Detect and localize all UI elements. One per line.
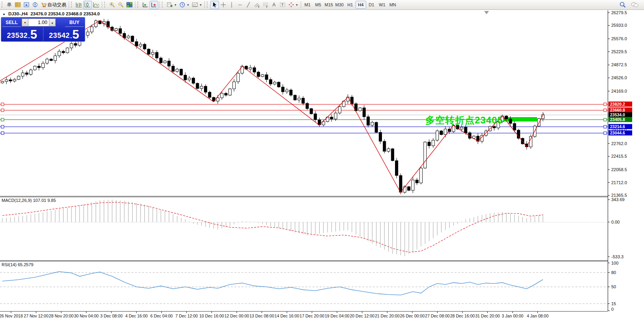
time-tick-label: 20 Dec 12:00 <box>350 314 374 318</box>
trendline-tool-button[interactable]: ╱ <box>244 1 253 9</box>
zoom-in-button[interactable] <box>108 1 116 9</box>
hline-handle[interactable] <box>604 132 607 134</box>
svg-text:T: T <box>281 3 283 7</box>
hline-handle[interactable] <box>1 103 4 106</box>
timeframe-d1-button[interactable]: D1 <box>366 1 377 9</box>
macd-signal-line <box>2 202 543 252</box>
sell-price-dot: . <box>28 33 30 40</box>
timeframe-h1-button[interactable]: H1 <box>345 1 356 9</box>
svg-text:23534.0: 23534.0 <box>610 112 625 117</box>
sell-button[interactable]: SELL <box>2 18 21 27</box>
periodicity-button[interactable]: ▼ <box>178 1 191 9</box>
toolbar-grip <box>137 2 140 8</box>
new-chart-button[interactable]: ▼ <box>165 1 178 9</box>
buy-price[interactable]: 23542 . 5 <box>43 27 85 41</box>
zoom-out-icon <box>118 2 124 8</box>
timeframe-mn-button[interactable]: MN <box>388 1 398 9</box>
time-tick-label: 19 Dec 04:00 <box>325 314 350 318</box>
channel-tool-button[interactable]: E <box>253 1 261 9</box>
zoom-out-button[interactable] <box>116 1 125 9</box>
buy-button[interactable]: BUY <box>65 18 84 27</box>
tile-windows-button[interactable] <box>125 1 134 9</box>
rsi-axis-label: 15 <box>611 301 616 306</box>
vertical-line-tool-button[interactable]: │ <box>228 1 236 9</box>
timeframe-h4-button[interactable]: H4 <box>356 1 366 9</box>
timeframe-m30-button[interactable]: M30 <box>334 1 345 9</box>
sell-price[interactable]: 23532 . 5 <box>1 27 43 41</box>
template-button[interactable]: ▼ <box>191 1 203 9</box>
market-watch-button[interactable] <box>13 1 22 9</box>
button-label: D1 <box>369 2 374 7</box>
rsi-axis-label: 80 <box>611 270 616 275</box>
time-tick-label: 4 Dec 16:00 <box>125 314 148 318</box>
text-tool-button[interactable]: A <box>270 1 278 9</box>
chevron-down-icon: ▼ <box>199 4 202 6</box>
hline-handle[interactable] <box>1 118 4 121</box>
volume-increase-button[interactable]: ▲ <box>49 19 56 26</box>
rsi-axis-label: 100 <box>611 261 618 265</box>
chevron-down-icon: ▼ <box>187 4 189 6</box>
button-label: M30 <box>335 2 344 7</box>
horizontal-line-tool-button[interactable]: ─ <box>236 1 244 9</box>
autotrading-button[interactable]: 自动交易 <box>39 1 67 9</box>
rsi-label: RSI(14) 65.2579 <box>2 262 34 267</box>
timeframe-m15-button[interactable]: M15 <box>324 1 334 9</box>
time-tick-label: 21 Dec 20:00 <box>375 314 400 318</box>
time-tick-label: 13 Dec 08:00 <box>249 314 274 318</box>
chart-shift-icon <box>151 2 157 8</box>
axis-price-flag-support-1: 23214.6 <box>608 124 632 129</box>
autotrading-icon <box>41 2 47 8</box>
cursor-tool-icon <box>212 2 218 8</box>
text-label-tool-icon: T <box>279 2 286 8</box>
arrows-tool-icon <box>288 2 294 8</box>
line-chart-button[interactable] <box>92 1 101 9</box>
chat-button[interactable] <box>630 1 640 9</box>
svg-text:23405.8: 23405.8 <box>610 117 625 122</box>
hline-handle[interactable] <box>1 132 4 134</box>
svg-text:23214.6: 23214.6 <box>610 124 625 129</box>
toolbar-separator <box>204 1 205 8</box>
terminal-button[interactable] <box>31 1 39 9</box>
text-label-tool-button[interactable]: T <box>278 1 287 9</box>
pivot-annotation-text[interactable]: 多空转折点23405 <box>425 115 503 125</box>
button-label: 单 <box>7 2 12 8</box>
time-tick-label: 27 Dec 08:00 <box>425 314 450 318</box>
hline-handle[interactable] <box>604 125 607 128</box>
hline-handle[interactable] <box>604 109 607 112</box>
timeframe-w1-button[interactable]: W1 <box>377 1 388 9</box>
button-label: H4 <box>358 2 363 7</box>
navigator-button[interactable] <box>22 1 31 9</box>
fibonacci-tool-button[interactable]: F <box>261 1 270 9</box>
horizontal-line-tool-icon: ─ <box>238 2 242 7</box>
hline-handle[interactable] <box>1 109 4 112</box>
time-tick-label: 17 Dec 20:00 <box>300 314 324 318</box>
arrows-tool-button[interactable]: ▼ <box>287 1 300 9</box>
time-tick-label: 3 Jan 00:00 <box>502 314 524 318</box>
zigzag-line[interactable] <box>0 21 544 192</box>
new-order-button[interactable]: 单 <box>5 1 13 9</box>
crosshair-tool-button[interactable] <box>219 1 228 9</box>
search-button[interactable] <box>618 1 627 9</box>
toolbar-grip <box>162 2 165 8</box>
price-tick-label: 22058.5 <box>611 167 627 172</box>
price-tick-label: 22415.5 <box>611 154 627 159</box>
hline-handle[interactable] <box>604 103 607 106</box>
hline-handle[interactable] <box>604 118 607 121</box>
timeframe-m1-button[interactable]: M1 <box>302 1 313 9</box>
bar-chart-button[interactable] <box>75 1 83 9</box>
price-axis: 26279.525933.025576.025229.524872.524526… <box>608 10 632 312</box>
time-tick-label: 28 Dec 16:00 <box>450 314 475 318</box>
time-tick-label: 31 Dec 20:00 <box>475 314 500 318</box>
timeframe-m5-button[interactable]: M5 <box>313 1 324 9</box>
price-tick-label: 25229.5 <box>611 49 627 54</box>
hline-handle[interactable] <box>1 125 4 128</box>
toolbar-grip <box>207 2 210 8</box>
volume-input[interactable] <box>28 19 49 26</box>
ohlc-values: 23476.0 23534.0 23468.0 23534.0 <box>30 11 100 16</box>
volume-decrease-button[interactable]: ▼ <box>22 19 28 26</box>
chart-canvas[interactable]: MACD(12,26,9) 107.01 9.85RSI(14) 65.2579… <box>0 0 644 321</box>
cursor-tool-button[interactable] <box>210 1 219 9</box>
chart-shift-button[interactable] <box>150 1 158 9</box>
auto-scroll-button[interactable] <box>141 1 150 9</box>
candlestick-button[interactable] <box>83 1 92 9</box>
